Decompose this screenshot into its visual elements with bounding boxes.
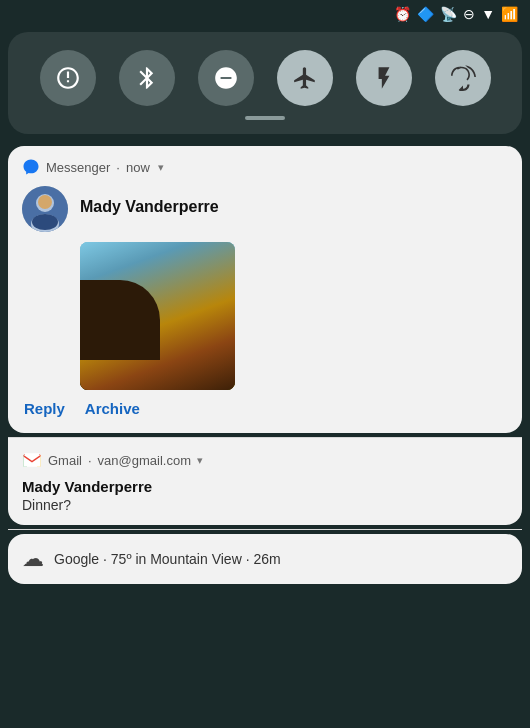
flashlight-toggle[interactable]	[356, 50, 412, 106]
gmail-header: Gmail · van@gmail.com ▾	[22, 450, 508, 470]
rotate-toggle[interactable]	[435, 50, 491, 106]
svg-rect-17	[200, 332, 203, 350]
drag-handle	[245, 116, 285, 120]
gmail-notification[interactable]: Gmail · van@gmail.com ▾ Mady Vanderperre…	[8, 438, 522, 525]
gmail-subject: Dinner?	[22, 497, 508, 513]
bluetooth-icon: 🔷	[417, 6, 434, 22]
quick-settings-panel	[8, 32, 522, 134]
notification-divider-2	[8, 529, 522, 530]
signal-icon: 📶	[501, 6, 518, 22]
gmail-email: van@gmail.com	[98, 453, 191, 468]
svg-point-19	[126, 278, 130, 282]
svg-marker-14	[135, 312, 159, 347]
messenger-sender: Mady Vanderperre	[80, 198, 219, 216]
quick-settings-icons	[28, 50, 502, 106]
messenger-image	[80, 242, 235, 390]
reply-button[interactable]: Reply	[24, 396, 65, 421]
rotate-qs-icon	[450, 65, 476, 91]
svg-rect-12	[80, 342, 235, 390]
svg-marker-16	[166, 317, 186, 350]
avatar-image	[22, 186, 68, 232]
svg-rect-13	[145, 330, 149, 348]
dnd-toggle[interactable]	[198, 50, 254, 106]
gmail-app-name: Gmail	[48, 453, 82, 468]
svg-marker-11	[80, 282, 150, 390]
messenger-app-icon	[22, 158, 40, 176]
gmail-expand-icon[interactable]: ▾	[197, 454, 203, 467]
gmail-app-icon	[22, 450, 42, 470]
messenger-image-container	[80, 242, 508, 390]
wifi-icon: ▼	[481, 6, 495, 22]
cloud-icon: ☁	[22, 546, 44, 572]
messenger-actions: Reply Archive	[24, 396, 508, 421]
messenger-body: Mady Vanderperre	[22, 186, 508, 232]
landscape-image	[80, 242, 235, 390]
status-bar: ⏰ 🔷 📡 ⊖ ▼ 📶	[0, 0, 530, 28]
bluetooth-toggle[interactable]	[119, 50, 175, 106]
sender-avatar	[22, 186, 68, 232]
messenger-expand-icon[interactable]: ▾	[158, 161, 164, 174]
archive-button[interactable]: Archive	[85, 396, 140, 421]
flashlight-qs-icon	[371, 65, 397, 91]
wifi-qs-icon	[55, 65, 81, 91]
svg-point-7	[95, 264, 145, 280]
wifi-toggle[interactable]	[40, 50, 96, 106]
notifications-list: Messenger · now ▾ Mady Vanderperre	[0, 142, 530, 728]
cast-icon: 📡	[440, 6, 457, 22]
svg-point-3	[38, 195, 52, 209]
bluetooth-qs-icon	[134, 65, 160, 91]
google-weather-text: Google · 75º in Mountain View · 26m	[54, 551, 281, 567]
airplane-qs-icon	[292, 65, 318, 91]
airplane-toggle[interactable]	[277, 50, 333, 106]
svg-point-6	[160, 312, 220, 352]
messenger-notif-header: Messenger · now ▾	[22, 158, 508, 176]
gmail-sender-name: Mady Vanderperre	[22, 478, 508, 495]
gmail-dot: ·	[88, 453, 92, 468]
svg-rect-20	[127, 282, 129, 287]
dnd-qs-icon	[213, 65, 239, 91]
google-notification[interactable]: ☁ Google · 75º in Mountain View · 26m	[8, 534, 522, 584]
svg-rect-15	[175, 334, 178, 350]
messenger-time: ·	[116, 160, 120, 175]
dnd-icon: ⊖	[463, 6, 475, 22]
svg-point-10	[148, 255, 192, 269]
messenger-app-name: Messenger	[46, 160, 110, 175]
svg-point-4	[32, 214, 58, 230]
svg-point-9	[82, 281, 118, 293]
svg-point-8	[125, 261, 165, 273]
messenger-timestamp: now	[126, 160, 150, 175]
svg-marker-18	[191, 314, 211, 349]
alarm-icon: ⏰	[394, 6, 411, 22]
messenger-notification[interactable]: Messenger · now ▾ Mady Vanderperre	[8, 146, 522, 433]
svg-rect-5	[80, 242, 235, 390]
